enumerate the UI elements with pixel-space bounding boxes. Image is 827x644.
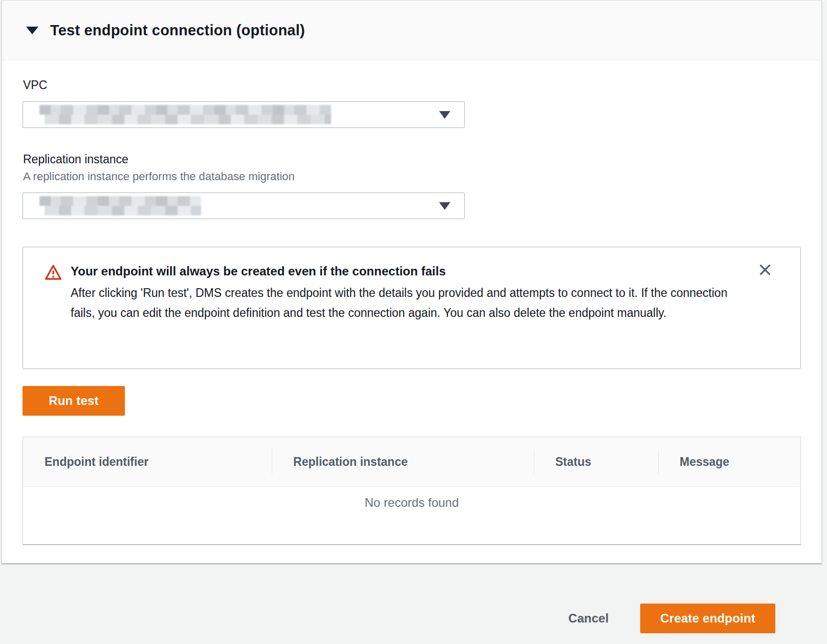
column-header-status: Status [534, 455, 658, 469]
replication-instance-label: Replication instance [23, 152, 801, 166]
alert-body: After clicking 'Run test', DMS creates t… [71, 283, 728, 323]
create-endpoint-button[interactable]: Create endpoint [640, 604, 775, 633]
alert-close-button[interactable] [756, 262, 774, 279]
replication-instance-select[interactable] [23, 192, 465, 219]
column-header-replication-instance: Replication instance [272, 455, 534, 469]
warning-alert: Your endpoint will always be created eve… [23, 247, 801, 369]
table-body: No records found [23, 487, 800, 544]
vpc-label: VPC [23, 78, 801, 92]
table-header-row: Endpoint identifier Replication instance… [23, 437, 800, 487]
caret-down-icon [439, 111, 450, 119]
replication-instance-field: Replication instance A replication insta… [23, 152, 801, 219]
caret-down-icon [439, 202, 450, 210]
empty-state-message: No records found [23, 487, 800, 510]
warning-triangle-icon [45, 264, 62, 283]
alert-content: Your endpoint will always be created eve… [71, 263, 728, 323]
test-endpoint-connection-section: Test endpoint connection (optional) VPC … [2, 0, 822, 564]
replication-instance-selected-value-redacted [39, 196, 201, 216]
column-header-endpoint-identifier: Endpoint identifier [23, 455, 272, 469]
vpc-select[interactable] [23, 101, 465, 128]
alert-title: Your endpoint will always be created eve… [71, 263, 728, 280]
vpc-field: VPC [23, 78, 801, 128]
section-body: VPC Replication instance A replication i… [2, 60, 821, 545]
form-actions-footer: Cancel Create endpoint [0, 565, 827, 644]
run-test-button[interactable]: Run test [23, 386, 125, 416]
replication-instance-description: A replication instance performs the data… [23, 170, 801, 183]
column-header-message: Message [658, 455, 800, 469]
vpc-selected-value-redacted [39, 105, 331, 124]
cancel-button[interactable]: Cancel [569, 611, 609, 626]
triangle-down-icon [26, 27, 38, 34]
close-icon [757, 262, 773, 279]
collapsible-section-header[interactable]: Test endpoint connection (optional) [2, 1, 821, 60]
test-results-table: Endpoint identifier Replication instance… [23, 437, 801, 545]
section-title: Test endpoint connection (optional) [50, 22, 305, 39]
